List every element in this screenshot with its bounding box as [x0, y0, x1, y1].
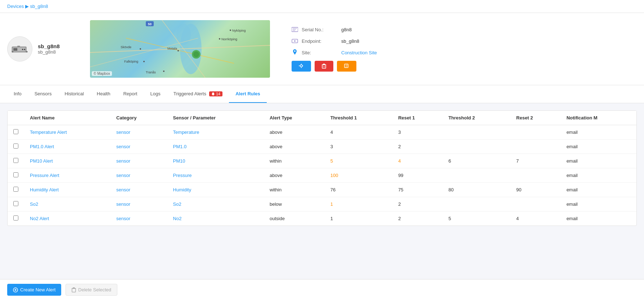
- svg-text:Tranås: Tranås: [146, 71, 156, 74]
- reset2-value: [510, 168, 561, 183]
- action-buttons: [292, 61, 637, 72]
- row-checkbox[interactable]: [13, 201, 18, 206]
- row-checkbox[interactable]: [13, 129, 18, 134]
- serial-value: g8n8: [341, 27, 413, 32]
- alert-name[interactable]: So2: [30, 201, 38, 207]
- breadcrumb-sep: ▶: [25, 4, 29, 9]
- col-reset1: Reset 1: [392, 111, 443, 125]
- alert-category: sensor: [116, 173, 130, 178]
- device-meta: Serial No.: g8n8 Endpoint: sb_g8n8 Site:…: [281, 26, 637, 72]
- sensor-parameter[interactable]: So2: [173, 201, 181, 207]
- col-reset2: Reset 2: [510, 111, 561, 125]
- svg-text:Nyköping: Nyköping: [232, 29, 246, 32]
- svg-point-30: [193, 51, 199, 57]
- col-category: Category: [111, 111, 167, 125]
- threshold1-value: 100: [330, 173, 338, 178]
- mapbox-attribution: © Mapbox: [92, 71, 112, 76]
- reset2-value: 90: [510, 183, 561, 197]
- endpoint-icon: [292, 38, 298, 44]
- sensor-parameter[interactable]: Pressure: [173, 173, 192, 178]
- tab-health[interactable]: Health: [90, 85, 117, 103]
- alert-name[interactable]: PM10 Alert: [30, 158, 53, 164]
- svg-point-25: [163, 71, 165, 72]
- reset1-value: 75: [398, 187, 403, 192]
- reset2-value: 7: [510, 154, 561, 168]
- tab-info[interactable]: Info: [7, 85, 28, 103]
- location-icon: [299, 64, 304, 69]
- threshold1-value: 76: [330, 187, 335, 192]
- alert-category: sensor: [116, 129, 130, 135]
- table-scroll-area[interactable]: Alert Name Category Sensor / Parameter A…: [8, 111, 636, 226]
- notification-value: email: [561, 168, 636, 183]
- threshold2-value: [443, 197, 510, 212]
- col-threshold2: Threshold 2: [443, 111, 510, 125]
- col-alert-name: Alert Name: [24, 111, 111, 125]
- notification-value: email: [561, 212, 636, 226]
- tab-logs-label: Logs: [150, 91, 160, 96]
- row-checkbox[interactable]: [13, 144, 18, 149]
- site-icon: [292, 49, 298, 56]
- tab-alert-rules[interactable]: Alert Rules: [229, 85, 267, 103]
- main-content: Alert Name Category Sensor / Parameter A…: [0, 103, 644, 233]
- col-alert-type: Alert Type: [264, 111, 325, 125]
- alert-type: within: [264, 154, 325, 168]
- endpoint-label: Endpoint:: [302, 38, 338, 44]
- reset1-value: 2: [398, 216, 401, 221]
- sensor-parameter[interactable]: PM10: [173, 158, 185, 164]
- serial-row: Serial No.: g8n8: [292, 26, 637, 33]
- alert-name[interactable]: Pressure Alert: [30, 173, 59, 178]
- tab-logs[interactable]: Logs: [144, 85, 167, 103]
- breadcrumb-parent[interactable]: Devices: [7, 4, 24, 9]
- endpoint-value: sb_g8n8: [341, 38, 413, 44]
- alert-type: above: [264, 168, 325, 183]
- row-checkbox[interactable]: [13, 187, 18, 192]
- svg-point-19: [219, 38, 220, 40]
- svg-rect-2: [13, 48, 17, 50]
- notification-value: email: [561, 140, 636, 154]
- reset1-value: 2: [398, 144, 401, 149]
- svg-point-36: [294, 40, 296, 42]
- site-label: Site:: [302, 50, 338, 55]
- alert-name[interactable]: No2 Alert: [30, 216, 49, 221]
- alert-name[interactable]: Temperature Alert: [30, 129, 67, 135]
- serial-icon: [292, 26, 298, 33]
- tab-sensors[interactable]: Sensors: [28, 85, 58, 103]
- alert-name[interactable]: PM1.0 Alert: [30, 144, 54, 149]
- map-container: 50 Nyköping Norrköping Skövde Falköping …: [90, 20, 270, 78]
- sensor-parameter[interactable]: PM1.0: [173, 144, 187, 149]
- alert-name[interactable]: Humidity Alert: [30, 187, 59, 192]
- edit-device-button[interactable]: [337, 61, 356, 72]
- tab-triggered-alerts[interactable]: Triggered Alerts 14: [167, 85, 229, 103]
- alert-type: above: [264, 125, 325, 140]
- sensor-parameter[interactable]: Temperature: [173, 129, 199, 135]
- table-row: No2 AlertsensorNo2outside1254email: [8, 212, 636, 226]
- alert-category: sensor: [116, 201, 130, 207]
- site-value[interactable]: Construction Site: [341, 50, 413, 55]
- endpoint-row: Endpoint: sb_g8n8: [292, 38, 637, 44]
- row-checkbox[interactable]: [13, 158, 18, 163]
- svg-point-3: [22, 49, 23, 50]
- row-checkbox[interactable]: [13, 215, 18, 221]
- map-svg: 50 Nyköping Norrköping Skövde Falköping …: [90, 20, 270, 78]
- location-button[interactable]: [292, 61, 311, 72]
- row-checkbox[interactable]: [13, 172, 18, 177]
- notification-value: email: [561, 183, 636, 197]
- notification-value: email: [561, 197, 636, 212]
- threshold1-value: 1: [330, 201, 333, 207]
- serial-label: Serial No.:: [302, 27, 338, 32]
- delete-device-button[interactable]: [315, 61, 333, 72]
- tab-report[interactable]: Report: [117, 85, 144, 103]
- threshold1-value: 1: [330, 216, 333, 221]
- notification-value: email: [561, 154, 636, 168]
- tab-health-label: Health: [97, 91, 111, 96]
- tab-historical[interactable]: Historical: [58, 85, 90, 103]
- threshold1-value: 4: [330, 129, 333, 135]
- alert-category: sensor: [116, 144, 130, 149]
- svg-point-37: [294, 50, 296, 52]
- table-header: Alert Name Category Sensor / Parameter A…: [8, 111, 636, 125]
- threshold2-value: 6: [443, 154, 510, 168]
- sensor-parameter[interactable]: Humidity: [173, 187, 192, 192]
- threshold1-value: 5: [330, 158, 333, 164]
- sensor-parameter[interactable]: No2: [173, 216, 182, 221]
- alert-type: outside: [264, 212, 325, 226]
